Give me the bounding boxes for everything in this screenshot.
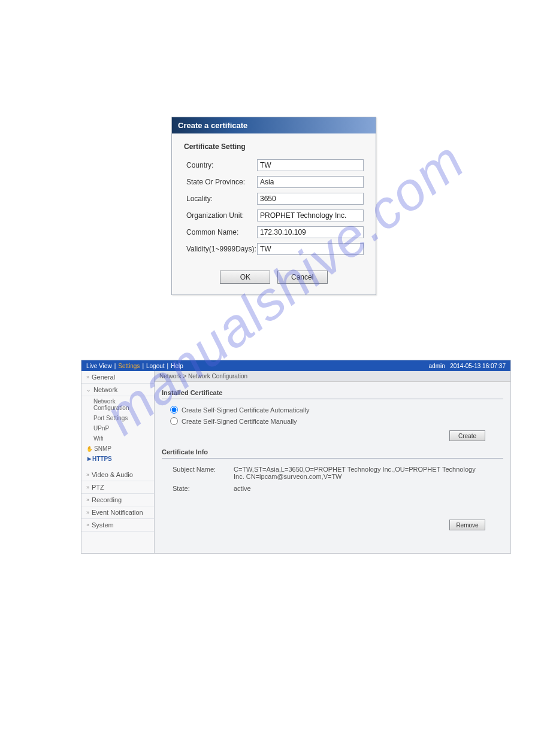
nav-logout[interactable]: Logout: [146, 363, 165, 369]
chevron-right-icon: »: [86, 497, 89, 503]
nav-help[interactable]: Help: [171, 363, 183, 369]
sidebar-item-recording[interactable]: » Recording: [81, 494, 154, 506]
nav-live-view[interactable]: Live View: [86, 363, 112, 369]
input-state[interactable]: [257, 176, 364, 188]
sidebar-item-label: Video & Audio: [92, 471, 133, 478]
sidebar-item-label: SNMP: [94, 445, 111, 452]
input-validity[interactable]: [257, 243, 364, 255]
label-country: Country:: [186, 161, 257, 169]
sidebar-item-label: Network: [93, 386, 117, 393]
ok-button[interactable]: OK: [220, 271, 270, 284]
label-locality: Locality:: [186, 195, 257, 203]
input-org-unit[interactable]: [257, 210, 364, 221]
label-org-unit: Organization Unit:: [186, 211, 257, 220]
remove-button[interactable]: Remove: [449, 520, 485, 530]
sidebar-item-label: System: [92, 521, 114, 529]
label-validity: Validity(1~9999Days):: [186, 245, 257, 253]
sidebar-item-network[interactable]: ⌄ Network: [81, 384, 154, 396]
main-content: Network > Network Configuration Installe…: [155, 371, 510, 553]
radio-label-manual: Create Self-Signed Certificate Manually: [182, 418, 297, 425]
sidebar-item-general[interactable]: » General: [81, 371, 154, 384]
section-title-installed-cert: Installed Certificate: [162, 387, 503, 399]
radio-label-auto: Create Self-Signed Certificate Automatic…: [182, 406, 309, 414]
sidebar-item-label: PTZ: [92, 484, 104, 491]
sidebar-sub-wifi[interactable]: Wifi: [81, 433, 154, 444]
sidebar-sub-upnp[interactable]: UPnP: [81, 423, 154, 433]
value-state: active: [234, 485, 479, 492]
sidebar-item-event-notification[interactable]: » Event Notification: [81, 506, 154, 519]
topbar: Live View | Settings | Logout | Help adm…: [81, 360, 510, 371]
chevron-right-icon: »: [86, 484, 89, 490]
value-subject-name: C=TW,ST=Asia,L=3650,O=PROPHET Technology…: [234, 466, 479, 480]
sidebar-item-video-audio[interactable]: » Video & Audio: [81, 469, 154, 481]
input-locality[interactable]: [257, 193, 364, 205]
sidebar-item-ptz[interactable]: » PTZ: [81, 481, 154, 494]
topbar-time: 2014-05-13 16:07:37: [450, 363, 506, 369]
sidebar-sub-network-config[interactable]: Network Configuration: [81, 396, 154, 413]
label-state: State Or Province:: [186, 178, 257, 186]
sidebar-sub-https[interactable]: HTTPS: [81, 454, 154, 464]
chevron-down-icon: ⌄: [86, 387, 91, 393]
breadcrumb: Network > Network Configuration: [155, 371, 510, 382]
chevron-right-icon: »: [86, 374, 89, 380]
section-title-cert-info: Certificate Info: [162, 446, 503, 459]
cancel-button[interactable]: Cancel: [277, 271, 328, 284]
nav-settings[interactable]: Settings: [118, 363, 140, 369]
network-config-page: Live View | Settings | Logout | Help adm…: [81, 360, 511, 554]
sidebar-sub-snmp[interactable]: ✋ SNMP: [81, 444, 154, 454]
chevron-right-icon: »: [86, 472, 89, 478]
sidebar-sub-port-settings[interactable]: Port Settings: [81, 413, 154, 423]
label-state: State:: [173, 485, 234, 492]
radio-auto-cert[interactable]: [170, 406, 178, 414]
section-title-certificate-setting: Certificate Setting: [184, 142, 364, 151]
chevron-right-icon: »: [86, 509, 89, 515]
cursor-icon: ✋: [86, 446, 93, 452]
sidebar: » General ⌄ Network Network Configuratio…: [81, 371, 155, 553]
input-common-name[interactable]: [257, 226, 364, 238]
sidebar-item-label: Event Notification: [92, 509, 143, 516]
create-button[interactable]: Create: [449, 430, 485, 441]
label-common-name: Common Name:: [186, 228, 257, 236]
topbar-user: admin: [429, 363, 445, 369]
sidebar-item-label: General: [92, 374, 115, 381]
input-country[interactable]: [257, 159, 364, 171]
chevron-right-icon: »: [86, 522, 89, 528]
radio-manual-cert[interactable]: [170, 417, 178, 425]
sidebar-item-system[interactable]: » System: [81, 519, 154, 532]
create-certificate-dialog: Create a certificate Certificate Setting…: [171, 117, 376, 295]
sidebar-item-label: Recording: [92, 496, 122, 503]
label-subject-name: Subject Name:: [173, 466, 234, 480]
dialog-title: Create a certificate: [172, 117, 376, 133]
